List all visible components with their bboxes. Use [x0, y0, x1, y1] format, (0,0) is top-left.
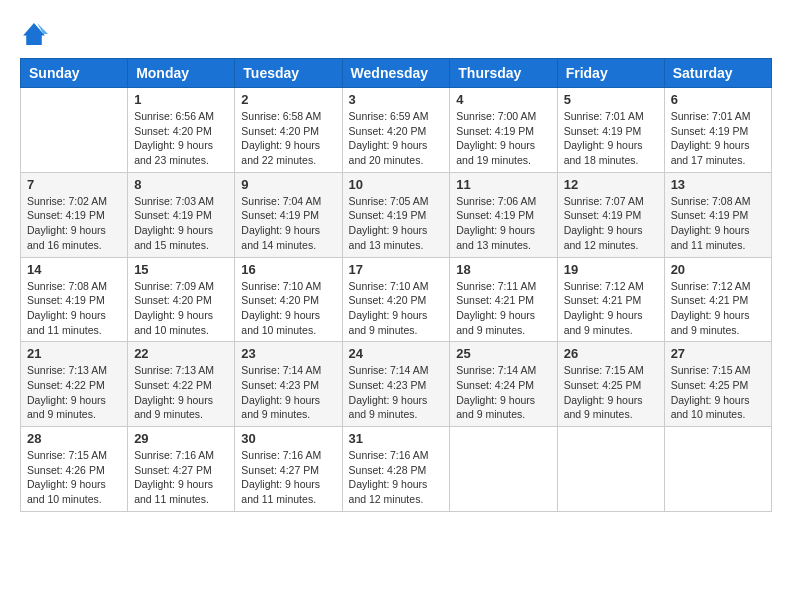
calendar-cell: 5Sunrise: 7:01 AMSunset: 4:19 PMDaylight… — [557, 88, 664, 173]
calendar-header-row: SundayMondayTuesdayWednesdayThursdayFrid… — [21, 59, 772, 88]
day-number: 17 — [349, 262, 444, 277]
day-number: 16 — [241, 262, 335, 277]
weekday-header: Thursday — [450, 59, 557, 88]
day-info: Sunrise: 7:14 AMSunset: 4:24 PMDaylight:… — [456, 363, 550, 422]
day-number: 12 — [564, 177, 658, 192]
logo-icon — [20, 20, 48, 48]
calendar-cell: 8Sunrise: 7:03 AMSunset: 4:19 PMDaylight… — [128, 172, 235, 257]
day-number: 27 — [671, 346, 765, 361]
day-info: Sunrise: 7:13 AMSunset: 4:22 PMDaylight:… — [27, 363, 121, 422]
calendar-cell: 25Sunrise: 7:14 AMSunset: 4:24 PMDayligh… — [450, 342, 557, 427]
calendar-cell: 26Sunrise: 7:15 AMSunset: 4:25 PMDayligh… — [557, 342, 664, 427]
calendar-cell: 15Sunrise: 7:09 AMSunset: 4:20 PMDayligh… — [128, 257, 235, 342]
day-info: Sunrise: 7:02 AMSunset: 4:19 PMDaylight:… — [27, 194, 121, 253]
calendar-cell: 20Sunrise: 7:12 AMSunset: 4:21 PMDayligh… — [664, 257, 771, 342]
calendar-week-row: 14Sunrise: 7:08 AMSunset: 4:19 PMDayligh… — [21, 257, 772, 342]
weekday-header: Sunday — [21, 59, 128, 88]
weekday-header: Tuesday — [235, 59, 342, 88]
day-number: 14 — [27, 262, 121, 277]
day-info: Sunrise: 7:14 AMSunset: 4:23 PMDaylight:… — [241, 363, 335, 422]
day-info: Sunrise: 7:03 AMSunset: 4:19 PMDaylight:… — [134, 194, 228, 253]
calendar-cell — [21, 88, 128, 173]
calendar-cell: 27Sunrise: 7:15 AMSunset: 4:25 PMDayligh… — [664, 342, 771, 427]
day-number: 26 — [564, 346, 658, 361]
day-info: Sunrise: 7:00 AMSunset: 4:19 PMDaylight:… — [456, 109, 550, 168]
page-header — [20, 20, 772, 48]
calendar-cell: 14Sunrise: 7:08 AMSunset: 4:19 PMDayligh… — [21, 257, 128, 342]
calendar-cell: 21Sunrise: 7:13 AMSunset: 4:22 PMDayligh… — [21, 342, 128, 427]
day-info: Sunrise: 7:01 AMSunset: 4:19 PMDaylight:… — [671, 109, 765, 168]
day-number: 11 — [456, 177, 550, 192]
calendar-cell: 6Sunrise: 7:01 AMSunset: 4:19 PMDaylight… — [664, 88, 771, 173]
day-info: Sunrise: 7:05 AMSunset: 4:19 PMDaylight:… — [349, 194, 444, 253]
logo — [20, 20, 52, 48]
day-number: 28 — [27, 431, 121, 446]
day-info: Sunrise: 7:16 AMSunset: 4:28 PMDaylight:… — [349, 448, 444, 507]
day-number: 9 — [241, 177, 335, 192]
calendar-cell: 23Sunrise: 7:14 AMSunset: 4:23 PMDayligh… — [235, 342, 342, 427]
day-number: 31 — [349, 431, 444, 446]
calendar-cell: 16Sunrise: 7:10 AMSunset: 4:20 PMDayligh… — [235, 257, 342, 342]
calendar-cell: 19Sunrise: 7:12 AMSunset: 4:21 PMDayligh… — [557, 257, 664, 342]
day-number: 3 — [349, 92, 444, 107]
day-info: Sunrise: 7:08 AMSunset: 4:19 PMDaylight:… — [27, 279, 121, 338]
day-number: 20 — [671, 262, 765, 277]
day-info: Sunrise: 7:06 AMSunset: 4:19 PMDaylight:… — [456, 194, 550, 253]
day-info: Sunrise: 6:56 AMSunset: 4:20 PMDaylight:… — [134, 109, 228, 168]
calendar-cell: 12Sunrise: 7:07 AMSunset: 4:19 PMDayligh… — [557, 172, 664, 257]
day-info: Sunrise: 7:10 AMSunset: 4:20 PMDaylight:… — [349, 279, 444, 338]
calendar-week-row: 21Sunrise: 7:13 AMSunset: 4:22 PMDayligh… — [21, 342, 772, 427]
calendar-cell: 17Sunrise: 7:10 AMSunset: 4:20 PMDayligh… — [342, 257, 450, 342]
day-number: 13 — [671, 177, 765, 192]
calendar-week-row: 7Sunrise: 7:02 AMSunset: 4:19 PMDaylight… — [21, 172, 772, 257]
calendar-cell: 11Sunrise: 7:06 AMSunset: 4:19 PMDayligh… — [450, 172, 557, 257]
weekday-header: Saturday — [664, 59, 771, 88]
day-info: Sunrise: 7:12 AMSunset: 4:21 PMDaylight:… — [564, 279, 658, 338]
day-info: Sunrise: 6:59 AMSunset: 4:20 PMDaylight:… — [349, 109, 444, 168]
calendar-cell: 9Sunrise: 7:04 AMSunset: 4:19 PMDaylight… — [235, 172, 342, 257]
calendar-cell: 24Sunrise: 7:14 AMSunset: 4:23 PMDayligh… — [342, 342, 450, 427]
calendar-cell: 10Sunrise: 7:05 AMSunset: 4:19 PMDayligh… — [342, 172, 450, 257]
calendar-cell: 13Sunrise: 7:08 AMSunset: 4:19 PMDayligh… — [664, 172, 771, 257]
calendar-week-row: 28Sunrise: 7:15 AMSunset: 4:26 PMDayligh… — [21, 427, 772, 512]
day-number: 7 — [27, 177, 121, 192]
calendar-cell: 31Sunrise: 7:16 AMSunset: 4:28 PMDayligh… — [342, 427, 450, 512]
calendar-cell: 3Sunrise: 6:59 AMSunset: 4:20 PMDaylight… — [342, 88, 450, 173]
day-number: 29 — [134, 431, 228, 446]
day-number: 4 — [456, 92, 550, 107]
day-number: 23 — [241, 346, 335, 361]
day-number: 5 — [564, 92, 658, 107]
day-number: 25 — [456, 346, 550, 361]
calendar-cell: 1Sunrise: 6:56 AMSunset: 4:20 PMDaylight… — [128, 88, 235, 173]
calendar-cell — [664, 427, 771, 512]
day-info: Sunrise: 7:10 AMSunset: 4:20 PMDaylight:… — [241, 279, 335, 338]
calendar-cell — [557, 427, 664, 512]
day-number: 1 — [134, 92, 228, 107]
calendar-cell: 2Sunrise: 6:58 AMSunset: 4:20 PMDaylight… — [235, 88, 342, 173]
day-number: 10 — [349, 177, 444, 192]
day-info: Sunrise: 6:58 AMSunset: 4:20 PMDaylight:… — [241, 109, 335, 168]
day-info: Sunrise: 7:04 AMSunset: 4:19 PMDaylight:… — [241, 194, 335, 253]
day-info: Sunrise: 7:11 AMSunset: 4:21 PMDaylight:… — [456, 279, 550, 338]
calendar-cell — [450, 427, 557, 512]
day-info: Sunrise: 7:12 AMSunset: 4:21 PMDaylight:… — [671, 279, 765, 338]
day-info: Sunrise: 7:13 AMSunset: 4:22 PMDaylight:… — [134, 363, 228, 422]
day-info: Sunrise: 7:01 AMSunset: 4:19 PMDaylight:… — [564, 109, 658, 168]
day-info: Sunrise: 7:09 AMSunset: 4:20 PMDaylight:… — [134, 279, 228, 338]
day-info: Sunrise: 7:08 AMSunset: 4:19 PMDaylight:… — [671, 194, 765, 253]
calendar-cell: 29Sunrise: 7:16 AMSunset: 4:27 PMDayligh… — [128, 427, 235, 512]
calendar-week-row: 1Sunrise: 6:56 AMSunset: 4:20 PMDaylight… — [21, 88, 772, 173]
day-info: Sunrise: 7:16 AMSunset: 4:27 PMDaylight:… — [134, 448, 228, 507]
day-number: 21 — [27, 346, 121, 361]
weekday-header: Monday — [128, 59, 235, 88]
day-number: 22 — [134, 346, 228, 361]
day-number: 30 — [241, 431, 335, 446]
day-number: 19 — [564, 262, 658, 277]
day-number: 8 — [134, 177, 228, 192]
weekday-header: Wednesday — [342, 59, 450, 88]
day-number: 24 — [349, 346, 444, 361]
day-number: 15 — [134, 262, 228, 277]
calendar-cell: 22Sunrise: 7:13 AMSunset: 4:22 PMDayligh… — [128, 342, 235, 427]
day-info: Sunrise: 7:15 AMSunset: 4:26 PMDaylight:… — [27, 448, 121, 507]
calendar-cell: 4Sunrise: 7:00 AMSunset: 4:19 PMDaylight… — [450, 88, 557, 173]
